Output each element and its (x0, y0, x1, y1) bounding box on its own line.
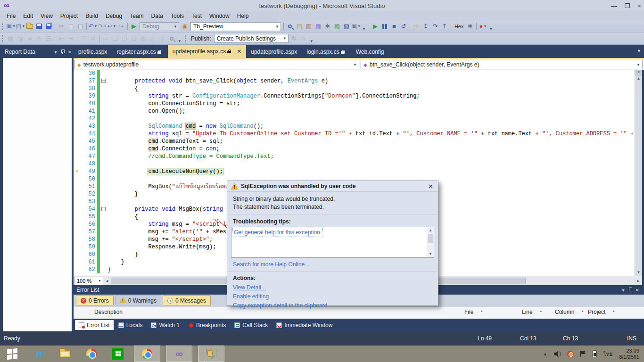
volume-icon[interactable] (554, 351, 561, 357)
add-new-item-icon[interactable]: ▤▼ (16, 22, 25, 31)
warning-filter-button[interactable]: 0 Warnings (115, 296, 161, 305)
code-line[interactable]: 44 string sql = "Update Tb_CustomerOnlin… (74, 130, 635, 138)
breakpoints-window-icon[interactable]: ●▼ (478, 22, 487, 31)
breakpoint-margin[interactable] (74, 206, 81, 213)
minimize-button[interactable]: — (611, 2, 617, 9)
undo-icon[interactable]: ↶▼ (88, 22, 98, 31)
chevron-down-icon[interactable]: ▼ (98, 279, 103, 282)
step-over-icon[interactable]: ↷ (430, 22, 440, 31)
tool-tab-immediate-window[interactable]: Immediate Window (272, 320, 336, 330)
tab-login-aspx-cs[interactable]: login.aspx.cs (302, 46, 351, 58)
code-line[interactable]: 48 (74, 160, 635, 168)
copy-icon[interactable] (66, 22, 75, 31)
properties-window-icon[interactable]: ▤ (295, 22, 304, 31)
code-line[interactable]: 47 //cmd.CommandType = CommandType.Text; (74, 153, 635, 160)
menu-project[interactable]: Project (57, 12, 82, 20)
method-dropdown[interactable]: ◆ btn_save_Click(object sender, EventArg… (361, 60, 643, 69)
toolbox-icon[interactable]: ▥ (304, 22, 314, 31)
toolbar-overflow-chevron-icon[interactable]: ▼ (308, 39, 315, 43)
redo-icon[interactable]: ↷▼ (98, 22, 107, 31)
splitter-handle[interactable]: ≡ (635, 70, 642, 75)
power-icon[interactable] (593, 351, 597, 357)
message-filter-button[interactable]: i0 Messages (163, 296, 211, 305)
code-line[interactable]: 41 con.Open(); (74, 107, 635, 115)
view-detail-link[interactable]: View Detail... (227, 283, 438, 292)
breakpoint-margin[interactable] (74, 153, 81, 160)
action-center-flag-icon[interactable] (580, 351, 586, 357)
step-out-icon[interactable]: ↥ (440, 22, 449, 31)
chevron-down-icon[interactable]: ▼ (351, 63, 359, 67)
breakpoint-margin[interactable] (74, 251, 81, 258)
toolbar-overflow-chevron-icon[interactable]: ▼ (487, 27, 494, 31)
new-project-icon[interactable]: ▣▼ (6, 22, 16, 31)
output-window-icon[interactable]: ▣▼ (351, 22, 361, 31)
close-button[interactable]: × (637, 2, 641, 9)
breakpoint-margin[interactable] (74, 145, 81, 153)
book-icon[interactable]: ▯ (148, 34, 157, 43)
code-line[interactable]: 38 { (74, 85, 635, 92)
link-box2-icon[interactable]: ⊞ (139, 34, 148, 43)
internet-explorer-icon[interactable]: e (28, 346, 49, 362)
scroll-up-arrow-icon[interactable]: ▲ (427, 227, 434, 234)
data-source-icon[interactable]: ▥ (16, 34, 25, 43)
editor-vertical-scrollbar[interactable]: ≡ ▲ ▼ (635, 70, 642, 276)
chevron-down-icon[interactable]: ▼ (281, 36, 288, 41)
tab-updateprofile-aspx[interactable]: updateprofile.aspx (246, 46, 302, 58)
pin-icon[interactable] (628, 288, 632, 292)
scroll-down-arrow-icon[interactable]: ▼ (635, 269, 642, 276)
rectangle-shape-icon[interactable]: ▭ (101, 34, 110, 43)
breakpoint-margin[interactable] (74, 77, 81, 85)
collapse-icon[interactable] (101, 79, 106, 83)
report-add-icon[interactable]: ▤ (6, 34, 16, 43)
toolbar-grip[interactable] (2, 35, 5, 42)
code-line[interactable]: 36 (74, 70, 635, 77)
close-icon[interactable]: ✕ (237, 48, 241, 55)
save-all-icon[interactable] (44, 22, 53, 31)
code-line[interactable]: ➤49 cmd.ExecuteNonQuery(); (74, 168, 635, 175)
tool-tab-watch-1[interactable]: Watch 1 (147, 320, 183, 330)
file-explorer-icon[interactable] (55, 346, 75, 362)
menu-help[interactable]: Help (233, 12, 253, 20)
pointer-icon[interactable]: ◄ (25, 34, 34, 43)
tab-list-chevron-icon[interactable]: ▼ (637, 49, 641, 53)
column-header-project[interactable]: Project▲ (588, 309, 615, 315)
continue-icon[interactable]: ▶ (371, 22, 380, 31)
cut-icon[interactable]: ✂ (57, 22, 66, 31)
toolbar-overflow-chevron-icon[interactable]: ▼ (176, 39, 183, 43)
indent-decrease-icon[interactable]: ⇤ (57, 34, 66, 43)
tool-tab-call-stack[interactable]: Call Stack (231, 320, 272, 330)
scroll-thumb[interactable] (428, 234, 433, 243)
tray-app-icon[interactable] (567, 351, 574, 357)
stop-debug-icon[interactable]: ■ (389, 22, 399, 31)
code-line[interactable]: 37 protected void btn_save_Click(object … (74, 77, 635, 85)
copy-exception-link[interactable]: Copy exception detail to the clipboard (227, 301, 438, 310)
show-next-statement-icon[interactable]: ⇨ (412, 22, 421, 31)
breakpoint-margin[interactable] (74, 100, 81, 107)
chrome-running-icon[interactable] (134, 346, 160, 362)
extensions-icon[interactable]: ▦ (314, 22, 323, 31)
toolbar-grip[interactable] (2, 23, 5, 30)
breakpoint-margin[interactable] (74, 198, 81, 206)
collapse-icon[interactable] (101, 207, 106, 211)
tab-updateprofile-aspx-cs[interactable]: updateprofile.aspx.cs✕ (168, 45, 246, 58)
code-line[interactable]: 42 (74, 115, 635, 123)
breakpoint-margin[interactable] (74, 130, 81, 138)
restart-icon[interactable]: ↺ (399, 22, 408, 31)
hidden-icons-chevron-icon[interactable]: ▲ (543, 352, 547, 356)
link-box-icon[interactable]: ⊡ (129, 34, 139, 43)
scroll-left-arrow-icon[interactable]: ◄ (103, 279, 111, 283)
zoom-dropdown[interactable]: 100 % ▼ (74, 277, 103, 285)
sql-tool-running-icon[interactable] (198, 346, 224, 362)
menu-test[interactable]: Test (188, 12, 206, 20)
panel-menu-chevron-icon[interactable]: ▾ (622, 288, 625, 293)
column-header-file[interactable]: File▲ (464, 309, 483, 315)
callout-shape-icon[interactable]: ❏ (110, 34, 120, 43)
pause-icon[interactable] (380, 22, 389, 31)
publish-combo[interactable]: Create Publish Settings▼ (214, 34, 289, 43)
solution-explorer-icon[interactable]: ▨ (332, 22, 342, 31)
scroll-up-arrow-icon[interactable]: ▲ (635, 75, 642, 82)
options-icon[interactable]: ✱ (323, 22, 332, 31)
clock[interactable]: 23:09 8/1/2561 (619, 348, 639, 360)
publish-edit-icon[interactable]: ✎ (299, 34, 308, 43)
chrome-icon[interactable] (81, 346, 102, 362)
